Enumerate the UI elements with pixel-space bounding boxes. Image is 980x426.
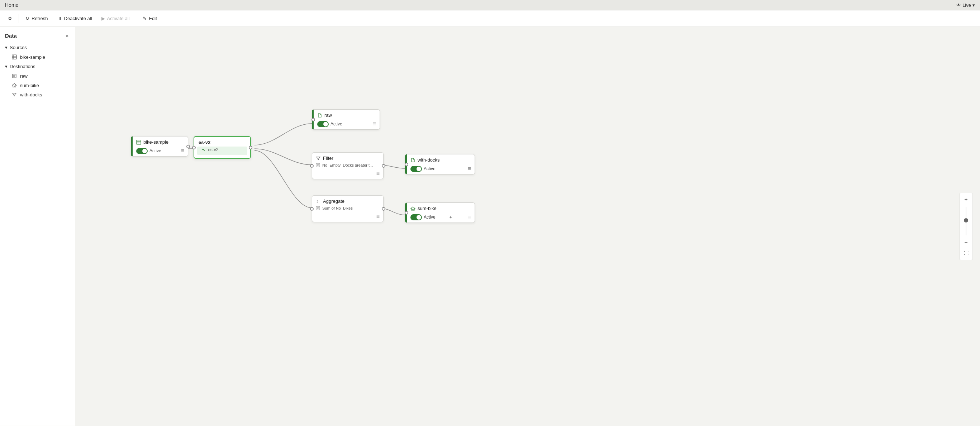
- node-aggregate-label: Aggregate: [323, 199, 344, 204]
- activate-button[interactable]: ▶ Activate all: [97, 14, 134, 23]
- sidebar: Data « ▾ Sources bike-sample ▾ Destinati…: [0, 27, 75, 426]
- sidebar-section-destinations[interactable]: ▾ Destinations: [0, 62, 75, 71]
- node-with-docks[interactable]: with-docks Active ≡: [405, 154, 475, 175]
- aggregate-condition-icon: [316, 206, 320, 210]
- destinations-label: Destinations: [10, 64, 35, 69]
- sidebar-item-with-docks[interactable]: with-docks: [0, 90, 75, 99]
- sum-bike-toggle-thumb: [417, 215, 421, 219]
- node-aggregate-footer: ≡: [312, 213, 383, 222]
- filter-condition-text: No_Empty_Docks greater t...: [322, 163, 373, 167]
- deactivate-label: Deactivate all: [64, 16, 92, 21]
- zoom-fit-button[interactable]: ⛶: [961, 248, 971, 258]
- sidebar-item-bike-sample[interactable]: bike-sample: [0, 52, 75, 62]
- raw-toggle-track[interactable]: [317, 121, 329, 127]
- node-bike-sample-label: bike-sample: [143, 139, 169, 145]
- sum-bike-input-connector: [405, 211, 408, 215]
- canvas-area: bike-sample Active ≡ es-v2: [75, 27, 980, 426]
- with-docks-toggle-track[interactable]: [410, 166, 422, 172]
- edit-icon: ✎: [143, 16, 146, 21]
- live-label: Live: [963, 3, 971, 8]
- zoom-slider-track[interactable]: [966, 207, 966, 235]
- node-esv2-header: es-v2: [194, 137, 250, 146]
- settings-button[interactable]: ⚙: [3, 14, 16, 23]
- node-esv2-sub-label: es-v2: [208, 147, 218, 152]
- filter-icon: [11, 92, 17, 97]
- node-raw-status: Active: [331, 121, 342, 127]
- node-bike-sample-status: Active: [150, 148, 161, 153]
- node-with-docks-status: Active: [424, 166, 436, 171]
- node-with-docks-label: with-docks: [418, 157, 439, 163]
- node-aggregate-condition: Sum of No_Bikes: [312, 205, 383, 213]
- node-with-docks-icon: [410, 157, 415, 163]
- main-layout: Data « ▾ Sources bike-sample ▾ Destinati…: [0, 27, 980, 426]
- zoom-slider-thumb[interactable]: [964, 218, 968, 223]
- sidebar-section-sources[interactable]: ▾ Sources: [0, 43, 75, 52]
- node-bike-sample-toggle[interactable]: Active: [136, 148, 161, 154]
- activate-label: Activate all: [107, 16, 130, 21]
- chevron-down-icon: ▾: [972, 3, 975, 8]
- node-sum-bike-label: sum-bike: [418, 206, 437, 211]
- node-filter-condition: No_Empty_Docks greater t...: [312, 162, 383, 170]
- eye-icon: 👁: [956, 3, 961, 8]
- sources-label: Sources: [10, 45, 27, 50]
- sum-bike-extra-icon: ✦: [449, 215, 453, 220]
- node-bike-sample-icon: [136, 140, 141, 145]
- node-filter-label: Filter: [323, 156, 333, 161]
- node-filter[interactable]: Filter No_Empty_Docks greater t... ≡: [312, 152, 383, 179]
- activate-icon: ▶: [102, 16, 105, 21]
- deactivate-button[interactable]: ⏸ Deactivate all: [53, 14, 96, 23]
- refresh-icon: ↻: [25, 16, 29, 21]
- zoom-minus-icon: −: [964, 239, 967, 246]
- node-sum-bike[interactable]: sum-bike Active ✦ ≡: [405, 202, 475, 223]
- node-raw-toggle[interactable]: Active: [317, 121, 342, 127]
- node-sum-bike-toggle[interactable]: Active: [410, 214, 436, 220]
- settings-icon: ⚙: [8, 16, 12, 21]
- node-bike-sample-menu[interactable]: ≡: [181, 148, 184, 154]
- toggle-track[interactable]: [136, 148, 148, 154]
- node-sum-bike-header: sum-bike: [407, 203, 474, 213]
- with-docks-toggle-thumb: [417, 167, 421, 171]
- node-aggregate[interactable]: Σ Aggregate Sum of No_Bikes ≡: [312, 195, 383, 222]
- title-bar: Home 👁 Live ▾: [0, 0, 980, 10]
- node-esv2[interactable]: es-v2 es-v2: [194, 136, 251, 159]
- zoom-in-button[interactable]: +: [961, 194, 971, 205]
- toolbar-divider-2: [136, 14, 136, 23]
- filter-output-connector: [382, 164, 385, 168]
- sum-bike-toggle-track[interactable]: [410, 214, 422, 220]
- toolbar: ⚙ ↻ Refresh ⏸ Deactivate all ▶ Activate …: [0, 10, 980, 27]
- raw-input-connector: [312, 118, 315, 121]
- app-title: Home: [5, 2, 18, 8]
- edit-label: Edit: [149, 16, 157, 21]
- aggregate-condition-text: Sum of No_Bikes: [322, 206, 353, 210]
- svg-text:Σ: Σ: [317, 199, 319, 204]
- sidebar-item-sum-bike[interactable]: sum-bike: [0, 81, 75, 90]
- raw-toggle-thumb: [323, 122, 328, 127]
- live-indicator[interactable]: 👁 Live ▾: [956, 3, 975, 8]
- zoom-fit-icon: ⛶: [964, 250, 969, 256]
- node-raw[interactable]: raw Active ≡: [312, 109, 380, 130]
- node-raw-menu[interactable]: ≡: [373, 121, 376, 127]
- stream-icon: [202, 148, 206, 152]
- filter-input-connector: [310, 164, 313, 168]
- collapse-button[interactable]: «: [64, 32, 70, 39]
- edit-button[interactable]: ✎ Edit: [138, 14, 161, 23]
- zoom-controls: + − ⛶: [959, 193, 973, 260]
- toolbar-divider-1: [19, 14, 19, 23]
- bike-sample-label: bike-sample: [20, 54, 45, 60]
- node-sum-bike-menu[interactable]: ≡: [468, 214, 471, 220]
- connections-svg: [75, 27, 980, 426]
- node-filter-header: Filter: [312, 153, 383, 162]
- condition-icon: [316, 163, 320, 167]
- node-filter-menu[interactable]: ≡: [376, 170, 380, 176]
- node-with-docks-toggle[interactable]: Active: [410, 166, 436, 172]
- node-with-docks-menu[interactable]: ≡: [468, 165, 471, 172]
- node-esv2-sub: es-v2: [197, 146, 247, 155]
- node-bike-sample[interactable]: bike-sample Active ≡: [131, 136, 188, 157]
- zoom-out-button[interactable]: −: [961, 238, 971, 248]
- node-aggregate-menu[interactable]: ≡: [376, 213, 380, 219]
- sidebar-item-raw[interactable]: raw: [0, 71, 75, 81]
- refresh-button[interactable]: ↻ Refresh: [21, 14, 52, 23]
- node-sum-bike-footer: Active ✦ ≡: [407, 213, 474, 223]
- sidebar-header: Data «: [0, 27, 75, 43]
- node-raw-icon: [317, 113, 322, 118]
